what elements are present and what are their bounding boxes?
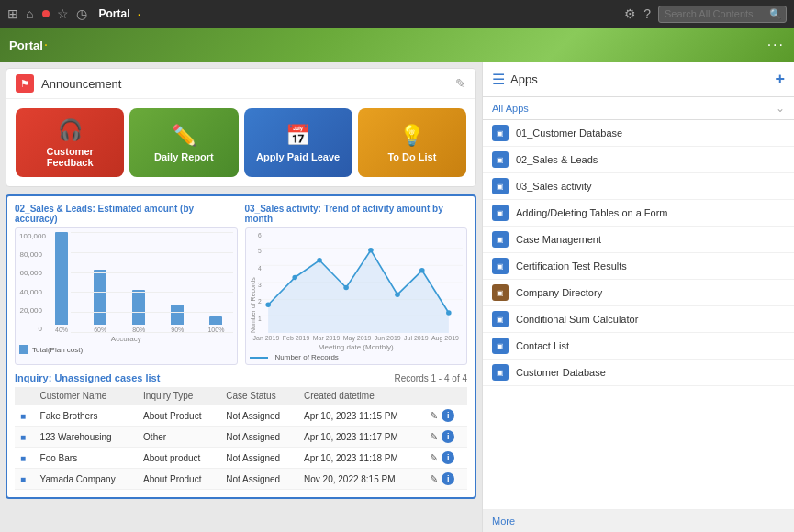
cell-datetime: Nov 20, 2022 8:15 PM — [298, 469, 424, 490]
topbar: ⊞ ⌂ ☆ ◷ Portal · ⚙ ? 🔍 — [0, 0, 794, 28]
left-content: ⚑ Announcement ✎ 🎧 CustomerFeedback ✏️ D… — [0, 62, 482, 532]
app-item-name: Contact List — [516, 340, 569, 351]
apps-all-row[interactable]: All Apps ⌄ — [483, 97, 794, 120]
banner-more-icon[interactable]: ··· — [767, 37, 785, 53]
edit-icon[interactable]: ✎ — [430, 452, 438, 464]
app-list-item[interactable]: ▣ Adding/Deleting Tables on a Form — [483, 200, 794, 227]
row-record-icon: ■ — [20, 453, 26, 463]
edit-icon[interactable]: ✎ — [430, 473, 438, 485]
announcement-edit-icon[interactable]: ✎ — [455, 76, 466, 91]
app-list-item[interactable]: ▣ 02_Sales & Leads — [483, 147, 794, 173]
apps-more-link[interactable]: More — [483, 509, 794, 532]
shortcut-daily-report[interactable]: ✏️ Daily Report — [129, 108, 238, 177]
cell-case-status: Not Assigned — [220, 427, 298, 448]
announcement-title: Announcement — [41, 77, 455, 91]
bar-chart-section: 02_Sales & Leads: Estimated amount (by a… — [15, 204, 238, 365]
app-list-item[interactable]: ▣ Conditional Sum Calculator — [483, 306, 794, 333]
apps-panel-title: Apps — [510, 72, 775, 86]
cell-actions: ✎ i — [424, 469, 467, 490]
app-item-name: Adding/Deleting Tables on a Form — [516, 207, 668, 218]
info-icon[interactable]: i — [442, 409, 454, 422]
home-icon[interactable]: ⌂ — [26, 6, 33, 21]
edit-icon[interactable]: ✎ — [430, 431, 438, 443]
svg-point-7 — [292, 275, 297, 281]
inquiry-title: Inquiry: Unassigned cases list — [15, 372, 395, 383]
search-bar[interactable]: 🔍 — [658, 6, 787, 23]
svg-text:2: 2 — [258, 298, 262, 305]
cell-customer: Yamada Company — [35, 469, 139, 490]
dashboard-card: 02_Sales & Leads: Estimated amount (by a… — [6, 194, 476, 499]
info-icon[interactable]: i — [442, 451, 454, 464]
announcement-card: ⚑ Announcement ✎ 🎧 CustomerFeedback ✏️ D… — [6, 68, 476, 187]
clock-icon[interactable]: ◷ — [76, 6, 87, 21]
app-list-item[interactable]: ▣ Certification Test Results — [483, 253, 794, 280]
bar-100 — [209, 316, 222, 325]
settings-icon[interactable]: ⚙ — [624, 6, 636, 21]
app-item-icon: ▣ — [492, 338, 509, 354]
search-input[interactable] — [665, 8, 766, 19]
app-item-icon: ▣ — [492, 364, 509, 381]
table-row: ■ Fake Brothers About Product Not Assign… — [15, 405, 467, 427]
row-icon-cell: ■ — [15, 469, 35, 490]
right-sidebar: ☰ Apps + All Apps ⌄ ▣ 01_Customer Databa… — [482, 62, 794, 532]
bar-col-1: 40% — [45, 232, 78, 333]
app-item-icon: ▣ — [492, 178, 509, 194]
line-x-label: Meeting date (Monthly) — [250, 343, 464, 351]
charts-row: 02_Sales & Leads: Estimated amount (by a… — [15, 204, 467, 365]
notification-dot — [42, 10, 50, 17]
app-list-item[interactable]: ▣ Company Directory — [483, 280, 794, 306]
app-list-item[interactable]: ▣ Contact List — [483, 333, 794, 360]
apps-list: ▣ 01_Customer Database ▣ 02_Sales & Lead… — [483, 120, 794, 509]
svg-point-8 — [317, 258, 322, 263]
cell-actions: ✎ i — [424, 427, 467, 448]
cell-case-status: Not Assigned — [220, 469, 298, 490]
app-item-name: 01_Customer Database — [516, 127, 622, 139]
info-icon[interactable]: i — [442, 472, 454, 485]
portal-dot: · — [137, 6, 140, 21]
app-item-icon: ▣ — [492, 205, 509, 221]
apply-leave-icon: 📅 — [285, 124, 310, 148]
svg-text:4: 4 — [258, 265, 262, 272]
shortcut-apply-paid-leave[interactable]: 📅 Apply Paid Leave — [244, 108, 352, 177]
bar-90 — [171, 305, 184, 325]
app-list-item[interactable]: ▣ Customer Database — [483, 360, 794, 386]
row-icon-cell: ■ — [15, 427, 35, 448]
daily-report-icon: ✏️ — [172, 124, 196, 148]
todo-icon: 💡 — [399, 124, 424, 148]
col-customer-name — [15, 387, 35, 405]
apps-add-button[interactable]: + — [775, 70, 785, 89]
svg-text:1: 1 — [258, 316, 262, 322]
apps-all-label: All Apps — [492, 103, 776, 114]
cell-inquiry-type: Other — [138, 427, 220, 448]
app-item-name: 03_Sales activity — [516, 181, 592, 192]
row-record-icon: ■ — [20, 432, 26, 442]
app-list-item[interactable]: ▣ 03_Sales activity — [483, 173, 794, 200]
cell-actions: ✎ i — [424, 405, 467, 427]
apps-header: ☰ Apps + — [483, 62, 794, 97]
svg-point-12 — [419, 268, 425, 273]
cell-customer: 123 Warehousing — [35, 427, 139, 448]
apps-list-icon: ☰ — [492, 71, 505, 88]
inquiry-header-row: Inquiry: Unassigned cases list Records 1… — [15, 372, 467, 383]
shortcut-todo-list[interactable]: 💡 To Do List — [358, 108, 466, 177]
shortcut-label-todo: To Do List — [387, 151, 436, 162]
edit-icon[interactable]: ✎ — [430, 410, 438, 422]
shortcut-label-leave: Apply Paid Leave — [256, 151, 340, 162]
bar-col-2: 60% — [84, 232, 117, 333]
info-icon[interactable]: i — [442, 430, 454, 443]
star-icon[interactable]: ☆ — [57, 6, 69, 21]
bar-x-label: Accuracy — [19, 335, 233, 343]
shortcut-label-daily: Daily Report — [154, 151, 214, 162]
row-record-icon: ■ — [20, 411, 26, 421]
grid-icon[interactable]: ⊞ — [7, 6, 18, 21]
bar-col-5: 100% — [199, 232, 232, 333]
help-icon[interactable]: ? — [643, 6, 651, 21]
cell-datetime: Apr 10, 2023 11:15 PM — [298, 405, 424, 427]
cell-case-status: Not Assigned — [220, 448, 298, 469]
app-list-item[interactable]: ▣ Case Management — [483, 227, 794, 253]
app-list-item[interactable]: ▣ 01_Customer Database — [483, 120, 794, 147]
shortcut-customer-feedback[interactable]: 🎧 CustomerFeedback — [16, 108, 124, 177]
line-chart-svg: 6 5 4 3 2 1 — [258, 232, 464, 333]
svg-marker-5 — [268, 250, 449, 333]
svg-text:6: 6 — [258, 232, 262, 238]
